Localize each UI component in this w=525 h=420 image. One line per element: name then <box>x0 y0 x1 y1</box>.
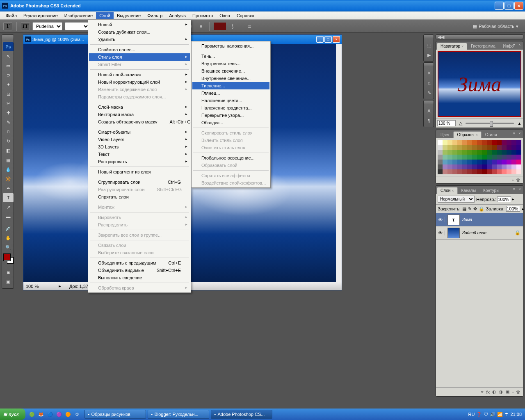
swatch[interactable] <box>497 140 502 145</box>
zoom-tool[interactable]: 🔍 <box>3 243 14 252</box>
swatch[interactable] <box>502 160 507 164</box>
align-right-icon[interactable]: ≡ <box>197 23 205 30</box>
lasso-tool[interactable]: ⊃ <box>3 71 14 80</box>
opacity-input[interactable] <box>497 196 511 202</box>
swatch[interactable] <box>516 145 521 150</box>
swatch[interactable] <box>467 150 472 155</box>
menu-файл[interactable]: Файл <box>2 12 20 19</box>
menu-item[interactable]: Внутреннее свечение... <box>192 75 269 82</box>
menu-справка[interactable]: Справка <box>233 12 258 19</box>
swatch[interactable] <box>516 160 521 164</box>
orientation-icon[interactable]: IT <box>21 22 30 30</box>
blur-tool[interactable]: 💧 <box>3 165 14 174</box>
tab-Каналы[interactable]: Каналы <box>458 187 480 194</box>
layer-thumbnail[interactable] <box>447 228 460 238</box>
menu-item[interactable]: Сгруппировать слоиCtrl+G <box>89 178 190 186</box>
swatch[interactable] <box>482 160 487 164</box>
panel-icon[interactable]: ¶ <box>425 116 434 125</box>
menu-item[interactable]: Тень... <box>192 52 269 60</box>
tab-Навигатор[interactable]: Навигатор× <box>437 43 467 50</box>
swatch[interactable] <box>447 164 452 169</box>
menu-item[interactable]: Стиль слоя▸ <box>89 53 190 61</box>
lock-pixels-icon[interactable]: ✎ <box>468 206 472 212</box>
swatch[interactable] <box>472 155 477 160</box>
tab-Инфо[interactable]: Инфо <box>499 43 518 50</box>
swatch[interactable] <box>482 155 487 160</box>
lock-transparent-icon[interactable]: ▦ <box>462 206 466 212</box>
ql-icon[interactable]: 🔵 <box>46 410 54 418</box>
menu-окно[interactable]: Окно <box>216 12 233 19</box>
swatch[interactable] <box>497 155 502 160</box>
start-button[interactable]: ⊞ пуск <box>0 409 25 420</box>
healing-tool[interactable]: ✚ <box>3 108 14 117</box>
swatch[interactable] <box>516 164 521 169</box>
clock[interactable]: 21:08 <box>510 412 522 417</box>
navigator-tabs[interactable]: Навигатор×ГистограммаИнфо <box>436 41 523 50</box>
swatch[interactable] <box>457 140 462 145</box>
swatch[interactable] <box>438 140 443 145</box>
swatch[interactable] <box>443 145 447 150</box>
new-layer-icon[interactable]: ▫ <box>512 390 514 395</box>
swatch[interactable] <box>452 160 457 164</box>
swatch[interactable] <box>492 140 497 145</box>
swatch[interactable] <box>438 145 443 150</box>
panel-close-icon[interactable]: × <box>517 42 522 47</box>
swatches-tabs[interactable]: ЦветОбразцы×Стили <box>436 130 523 138</box>
swatch[interactable] <box>467 160 472 164</box>
font-family-select[interactable]: Pudelina <box>32 22 62 30</box>
wand-tool[interactable]: ✦ <box>3 80 14 89</box>
swatch[interactable] <box>438 150 443 155</box>
swatch[interactable] <box>502 140 507 145</box>
doc-close-button[interactable]: × <box>333 36 340 43</box>
swatch[interactable] <box>487 150 492 155</box>
swatch[interactable] <box>507 140 511 145</box>
path-tool[interactable]: ↗ <box>3 203 14 212</box>
window-maximize-button[interactable]: □ <box>504 2 514 10</box>
tray-icon[interactable]: 🔊 <box>490 412 495 417</box>
menu-item[interactable]: Наложение градиента... <box>192 104 269 112</box>
link-layers-icon[interactable]: ⚭ <box>480 389 484 395</box>
panel-icon[interactable]: ▶ <box>425 50 434 59</box>
menu-item[interactable]: Объединить видимыеShift+Ctrl+E <box>89 267 190 274</box>
menu-item[interactable]: Растрировать▸ <box>89 158 190 165</box>
swatch[interactable] <box>472 160 477 164</box>
swatch[interactable] <box>477 155 482 160</box>
menu-изображение[interactable]: Изображение <box>61 12 96 19</box>
swatch[interactable] <box>511 140 516 145</box>
menu-item[interactable]: 3D Layers▸ <box>89 143 190 151</box>
swatch[interactable] <box>516 169 521 174</box>
swatch[interactable] <box>492 155 497 160</box>
swatch[interactable] <box>502 145 507 150</box>
panel-icon[interactable]: ⎌ <box>425 78 434 87</box>
swatch[interactable] <box>457 150 462 155</box>
menu-item[interactable]: Спрятать слои <box>89 193 190 201</box>
adjustment-layer-icon[interactable]: ◑ <box>499 389 503 395</box>
gradient-tool[interactable]: ▦ <box>3 155 14 164</box>
brush-tool[interactable]: ✎ <box>3 118 14 127</box>
system-tray[interactable]: RU ❓ 🛡 🔊 📶 ☂ 21:08 <box>465 412 525 417</box>
tab-Гистограмма[interactable]: Гистограмма <box>467 43 499 50</box>
delete-swatch-icon[interactable]: 🗑 <box>516 178 520 183</box>
menu-item[interactable]: Глянец... <box>192 89 269 97</box>
dodge-tool[interactable]: 🔆 <box>3 174 14 183</box>
swatch[interactable] <box>457 164 462 169</box>
ql-icon[interactable]: 🟠 <box>64 410 72 418</box>
tab-Стили[interactable]: Стили <box>482 131 501 138</box>
layer-row[interactable]: 👁TЗима <box>436 213 523 226</box>
swatch[interactable] <box>511 150 516 155</box>
ql-icon[interactable]: 🟢 <box>28 410 36 418</box>
delete-layer-icon[interactable]: 🗑 <box>516 390 520 395</box>
menu-редактирование[interactable]: Редактирование <box>20 12 61 19</box>
swatch[interactable] <box>497 164 502 169</box>
swatch[interactable] <box>447 140 452 145</box>
swatch[interactable] <box>487 155 492 160</box>
menu-item[interactable]: Свойства слоев... <box>89 46 190 53</box>
chevron-icon[interactable]: ▸ <box>522 206 524 212</box>
swatch[interactable] <box>477 140 482 145</box>
menu-item[interactable]: Создать обтравочную маскуAlt+Ctrl+G <box>89 118 190 126</box>
swatches-grid[interactable] <box>438 140 521 174</box>
swatch[interactable] <box>457 145 462 150</box>
swatch[interactable] <box>462 169 467 174</box>
swatch[interactable] <box>482 164 487 169</box>
panel-close-icon[interactable]: × <box>517 131 522 136</box>
